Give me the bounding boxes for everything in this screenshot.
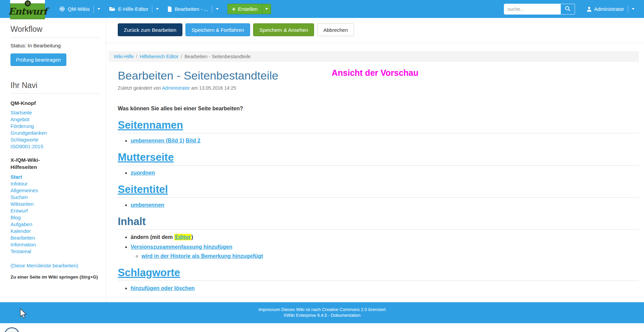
breadcrumb-separator: /	[181, 54, 182, 59]
list-item: hinzufügen oder löschen	[131, 285, 639, 291]
create-button[interactable]: + Erstellen	[227, 4, 271, 14]
content-link[interactable]: Versionszusammenfassung hinzufügen	[131, 244, 232, 250]
meta-user-link[interactable]: Administrator	[162, 85, 190, 91]
speichern-fortfahren-button[interactable]: Speichern & Fortfahren	[185, 23, 250, 36]
main-content: Zurück zum BearbeitenSpeichern & Fortfah…	[106, 18, 644, 302]
sidebar-link-startseite[interactable]: Startseite	[10, 109, 100, 116]
user-menu[interactable]: Administrator	[586, 5, 635, 13]
request-review-button[interactable]: Prüfung beantragen	[10, 53, 66, 66]
navbar-item-qm-wikis[interactable]: QM-Wikis	[59, 5, 100, 13]
sidebar-group2-title: X-/QM-Wiki-Hilfeseiten	[10, 156, 50, 171]
sidebar-link-f-rderung[interactable]: Förderung	[10, 123, 100, 130]
sidebar-link-entwurf[interactable]: Entwurf	[10, 207, 100, 214]
chevron-down-icon	[265, 8, 268, 10]
breadcrumb-link[interactable]: Wiki-Hilfe	[114, 54, 134, 59]
wiki-logo[interactable]: Entwurf	[10, 0, 45, 19]
section-schlagworte: Schlagwortehinzufügen oder löschen	[118, 267, 639, 291]
zur-ck-zum-bearbeiten-button[interactable]: Zurück zum Bearbeiten	[118, 23, 182, 36]
section-heading: Seitentitel	[118, 183, 639, 198]
list-item: wird in der Historie als Bemerkung hinzu…	[141, 253, 639, 259]
edit-menu-link[interactable]: (Diese Menüleiste bearbeiten)	[10, 263, 78, 268]
sidebar-link-iso9001-2015[interactable]: ISO9001:2015	[10, 143, 100, 150]
section-list: ändern (mit dem Editor)Versionszusammenf…	[118, 234, 639, 259]
list-item: umbenennen	[131, 202, 639, 208]
toolbar-top: Zurück zum BearbeitenSpeichern & Fortfah…	[118, 23, 639, 36]
sidebar-link-start[interactable]: Start	[10, 174, 100, 180]
list-item: ändern (mit dem Editor)	[131, 234, 639, 240]
globe-icon	[59, 6, 65, 12]
speichern-ansehen-button[interactable]: Speichern & Ansehen	[253, 23, 314, 36]
navbar-item-label: E-Hilfe-Editor	[118, 6, 148, 12]
corner-logo-partial	[4, 327, 20, 332]
navbar-item-label: Bearbeiten - ...	[175, 6, 208, 12]
breadcrumb-link[interactable]: Hilfebereich Editor	[140, 54, 178, 59]
search-button[interactable]	[561, 4, 575, 15]
content-link[interactable]: umbenennen (Bild 1)	[131, 138, 184, 143]
content-link[interactable]: zuordnen	[131, 170, 155, 176]
sidebar-group1-links: StartseiteAngebotFörderungGrundgedankenS…	[10, 109, 100, 150]
sidebar-link-information[interactable]: Information	[10, 241, 100, 248]
content-link[interactable]: Bild 2	[186, 138, 201, 143]
section-seitennamen: Seitennamenumbenennen (Bild 1) Bild 2	[118, 119, 639, 144]
sidebar-link-testareal[interactable]: Testareal	[10, 248, 100, 255]
chevron-down-icon	[156, 8, 159, 10]
sidebar-link-blog[interactable]: Blog	[10, 214, 100, 221]
search-input[interactable]	[504, 4, 561, 15]
breadcrumb-separator: /	[136, 54, 137, 59]
sidebar-link-allgemeines[interactable]: Allgemeines	[10, 187, 100, 194]
sidebar-link-infotour[interactable]: Infotour	[10, 180, 100, 187]
section-heading-link[interactable]: Schlagworte	[118, 267, 180, 279]
page-icon	[168, 6, 172, 12]
content-link[interactable]: wird in der Historie als Bemerkung hinzu…	[141, 253, 263, 259]
content-link[interactable]: hinzufügen oder löschen	[131, 285, 195, 291]
chevron-down-icon	[216, 8, 219, 10]
sidebar-link-aufgaben[interactable]: Aufgaben	[10, 221, 100, 228]
section-heading: Seitennamen	[118, 119, 639, 133]
section-heading-link[interactable]: Mutterseite	[118, 151, 174, 163]
sidebar-link-bearbeiten[interactable]: Bearbeiten	[10, 235, 100, 241]
breadcrumb: Wiki-Hilfe/Hilfebereich Editor/Bearbeite…	[109, 51, 639, 62]
section-heading-link[interactable]: Seitennamen	[118, 119, 183, 131]
list-item: zuordnen	[131, 170, 639, 176]
divider	[152, 5, 152, 13]
divider	[10, 37, 100, 38]
section-heading: Schlagworte	[118, 267, 639, 281]
footer-license-line: Impressum Dieses Wiki ist nach Creative …	[0, 307, 644, 312]
list-item: Versionszusammenfassung hinzufügenwird i…	[131, 244, 639, 259]
create-dropdown-toggle[interactable]	[262, 4, 271, 14]
content-link[interactable]: umbenennen	[131, 202, 164, 208]
section-heading: Mutterseite	[118, 151, 639, 165]
workflow-status-text: Status: In Bearbeitung	[10, 43, 100, 48]
section-list: zuordnen	[118, 170, 639, 176]
navi-panel-title: Ihr Navi	[10, 81, 100, 90]
sub-list: wird in der Historie als Bemerkung hinzu…	[131, 253, 639, 259]
divider	[212, 5, 212, 13]
meta-suffix: am 13.05.2016 14:25	[190, 85, 236, 91]
sidebar-link-schlagworte[interactable]: Schlagworte	[10, 136, 100, 143]
chevron-down-icon	[632, 8, 635, 10]
navbar-item-bearbeiten[interactable]: Bearbeiten - ...	[168, 5, 218, 13]
create-button-label: Erstellen	[238, 6, 258, 12]
sidebar-link-angebot[interactable]: Angebot	[10, 116, 100, 123]
top-navbar: Entwurf QM-WikisE-Hilfe-EditorBearbeiten…	[0, 0, 644, 18]
navbar-item-e-hilfe-editor[interactable]: E-Hilfe-Editor	[109, 5, 159, 13]
preview-annotation: Ansicht der Vorschau	[332, 68, 419, 78]
sidebar-link-kalender[interactable]: Kalender	[10, 228, 100, 235]
divider	[93, 5, 94, 13]
sidebar-link-wikiseiten[interactable]: Wikiseiten	[10, 201, 100, 207]
sidebar: Workflow Status: In Bearbeitung Prüfung …	[0, 18, 106, 302]
list-item-text: ändern (mit dem	[131, 234, 174, 240]
sidebar-link-suchen[interactable]: Suchen	[10, 194, 100, 201]
section-list: umbenennen	[118, 202, 639, 208]
section-list: umbenennen (Bild 1) Bild 2	[118, 138, 639, 144]
divider	[106, 43, 644, 43]
chevron-down-icon	[97, 8, 100, 10]
sidebar-link-grundgedanken[interactable]: Grundgedanken	[10, 130, 100, 136]
section-heading-link[interactable]: Seitentitel	[118, 183, 168, 195]
highlighted-content-link[interactable]: Editor	[174, 234, 191, 240]
abbrechen-button[interactable]: Abbrechen	[317, 23, 354, 36]
search-group	[504, 4, 575, 15]
content-sections: Seitennamenumbenennen (Bild 1) Bild 2Mut…	[118, 119, 639, 291]
page-footer: Impressum Dieses Wiki ist nach Creative …	[0, 302, 644, 323]
footer-version-line: XWiki Enterprise 6.4.5 - Dokumentation	[0, 312, 644, 318]
